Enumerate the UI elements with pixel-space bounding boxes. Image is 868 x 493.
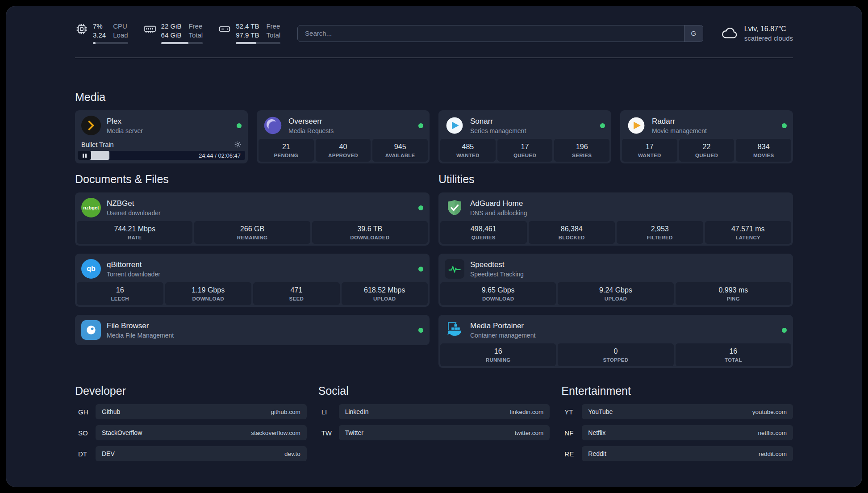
filebrowser-card[interactable]: File Browser Media File Management — [75, 315, 430, 345]
nzbget-icon: nzbget — [81, 198, 101, 217]
stat-block: 9.24 GbpsUPLOAD — [558, 282, 673, 305]
status-dot — [418, 205, 423, 210]
bookmark-row: TW Twitter twitter.com — [318, 425, 550, 440]
bookmark-link-linkedin[interactable]: LinkedIn linkedin.com — [339, 404, 550, 419]
documents-section-title: Documents & Files — [75, 172, 430, 186]
stat-block: 945AVAILABLE — [372, 139, 428, 162]
bookmark-link-youtube[interactable]: YouTube youtube.com — [582, 404, 793, 419]
utilities-section-title: Utilities — [438, 172, 793, 186]
bookmark-link-netflix[interactable]: Netflix netflix.com — [582, 425, 793, 440]
status-dot — [418, 267, 423, 272]
search-provider-button[interactable]: G — [684, 25, 703, 42]
screenshot-frame: 7% 3.24 CPU Load — [0, 0, 868, 493]
cpu-load-label: Load — [113, 31, 128, 39]
pause-icon[interactable] — [78, 151, 91, 160]
bookmark-row: SO StackOverflow stackoverflow.com — [75, 425, 307, 440]
bookmark-row: NF Netflix netflix.com — [561, 425, 793, 440]
disk-free-value: 52.4 TB — [236, 22, 259, 30]
disk-total-label: Total — [266, 31, 280, 39]
bookmark-abbr: NF — [561, 429, 582, 437]
bookmark-link-github[interactable]: Github github.com — [96, 404, 307, 419]
app-desc: Movie management — [652, 127, 707, 134]
status-dot — [782, 328, 787, 333]
app-desc: Media server — [107, 127, 143, 134]
radarr-card[interactable]: Radarr Movie management 17WANTED 22QUEUE… — [620, 110, 793, 163]
app-name: AdGuard Home — [470, 199, 527, 208]
media-section-title: Media — [75, 90, 793, 104]
adguard-shield-icon — [445, 198, 464, 217]
portainer-card[interactable]: Media Portainer Container management 16R… — [438, 315, 793, 368]
app-name: Speedtest — [470, 260, 524, 269]
status-dot — [237, 123, 242, 128]
app-name: File Browser — [107, 322, 174, 330]
stat-block: 16TOTAL — [676, 343, 791, 366]
app-name: NZBGet — [107, 199, 161, 208]
stat-block: 266 GBREMAINING — [194, 221, 310, 244]
playback-time: 24:44 / 02:06:47 — [199, 152, 241, 159]
stat-block: 485WANTED — [440, 139, 496, 162]
stat-block: 40APPROVED — [316, 139, 371, 162]
stat-block: 16RUNNING — [440, 343, 556, 366]
stat-block: 0.993 msPING — [676, 282, 791, 305]
stat-block: 2,953FILTERED — [617, 221, 703, 244]
cpu-usage-bar — [93, 42, 128, 44]
topbar-divider — [75, 58, 793, 58]
ram-widget: 22 GiB 64 GiB Free Total — [143, 22, 203, 44]
app-desc: Series management — [470, 127, 526, 134]
bookmark-abbr: RE — [561, 450, 582, 458]
bookmark-abbr: DT — [75, 450, 96, 458]
stat-block: 834MOVIES — [736, 139, 791, 162]
bookmark-abbr: YT — [561, 408, 582, 416]
stat-block: 22QUEUED — [679, 139, 734, 162]
bookmark-group-developer: Developer GH Github github.com SO StackO… — [75, 384, 307, 467]
bookmark-group-social: Social LI LinkedIn linkedin.com TW Twitt… — [318, 384, 550, 446]
app-name: qBittorrent — [107, 260, 160, 269]
radarr-icon — [626, 116, 646, 135]
weather-widget: Lviv, 16.87°C scattered clouds — [720, 25, 793, 42]
disk-free-label: Free — [266, 22, 280, 30]
topbar: 7% 3.24 CPU Load — [75, 6, 793, 44]
dashboard: 7% 3.24 CPU Load — [6, 6, 862, 487]
bookmark-row: RE Reddit reddit.com — [561, 446, 793, 461]
app-name: Overseerr — [288, 117, 334, 126]
gear-icon[interactable] — [234, 141, 242, 148]
cpu-widget: 7% 3.24 CPU Load — [75, 22, 128, 44]
nzbget-card[interactable]: nzbget NZBGet Usenet downloader 744.21 M… — [75, 192, 430, 246]
qbittorrent-card[interactable]: qb qBittorrent Torrent downloader 16LEEC… — [75, 254, 430, 307]
adguard-card[interactable]: AdGuard Home DNS and adblocking 498,461Q… — [438, 192, 793, 246]
bookmark-abbr: GH — [75, 408, 96, 416]
bookmark-row: DT DEV dev.to — [75, 446, 307, 461]
portainer-whale-icon — [445, 320, 464, 340]
sonarr-card[interactable]: Sonarr Series management 485WANTED 17QUE… — [438, 110, 611, 163]
section-utilities: Utilities AdGuard Home DNS and adblockin… — [438, 172, 793, 368]
search-input[interactable] — [298, 25, 684, 42]
sonarr-icon — [445, 116, 464, 135]
ram-free-label: Free — [188, 22, 203, 30]
content: 7% 3.24 CPU Load — [67, 6, 801, 467]
bookmark-abbr: TW — [318, 429, 339, 437]
status-dot — [418, 123, 423, 128]
speedtest-card[interactable]: Speedtest Speedtest Tracking 9.65 GbpsDO… — [438, 254, 793, 307]
stat-block: 498,461QUERIES — [440, 221, 527, 244]
app-desc: Media Requests — [288, 127, 334, 134]
status-dot — [600, 123, 605, 128]
speedtest-graph-icon — [445, 259, 464, 279]
ram-total-label: Total — [188, 31, 203, 39]
plex-card[interactable]: Plex Media server Bullet Train — [75, 110, 248, 163]
bookmark-link-stackoverflow[interactable]: StackOverflow stackoverflow.com — [96, 425, 307, 440]
stat-block: 39.6 TBDOWNLOADED — [312, 221, 428, 244]
bookmark-link-dev[interactable]: DEV dev.to — [96, 446, 307, 461]
bookmark-link-reddit[interactable]: Reddit reddit.com — [582, 446, 793, 461]
stat-block: 196SERIES — [554, 139, 609, 162]
overseerr-card[interactable]: Overseerr Media Requests 21PENDING 40APP… — [257, 110, 430, 163]
app-desc: Speedtest Tracking — [470, 271, 524, 278]
weather-location: Lviv, 16.87°C — [744, 25, 793, 33]
stat-block: 1.19 GbpsDOWNLOAD — [165, 282, 252, 305]
social-section-title: Social — [318, 384, 550, 398]
app-desc: Torrent downloader — [107, 271, 160, 278]
app-desc: DNS and adblocking — [470, 209, 527, 217]
bookmark-row: GH Github github.com — [75, 404, 307, 419]
bookmark-link-twitter[interactable]: Twitter twitter.com — [339, 425, 550, 440]
section-media: Media Plex Media server Bullet Train — [75, 90, 793, 163]
stat-block: 618.52 MbpsUPLOAD — [342, 282, 428, 305]
